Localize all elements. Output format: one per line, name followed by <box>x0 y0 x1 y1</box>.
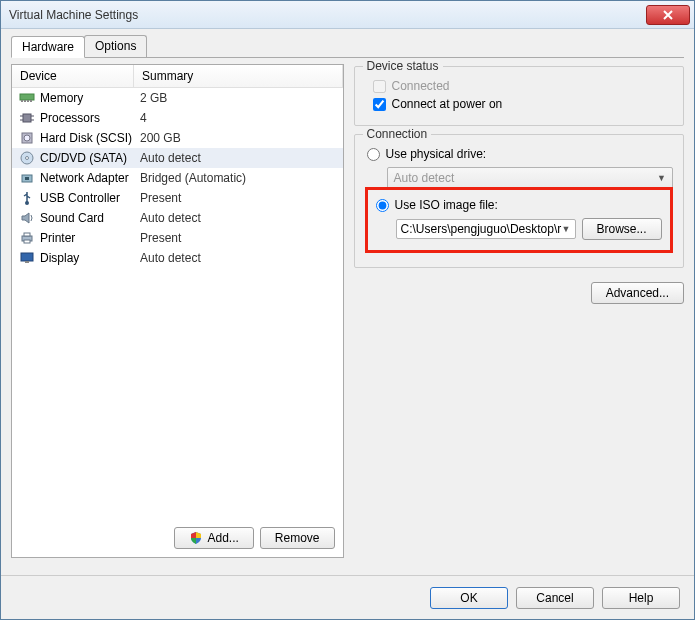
device-row-hdd[interactable]: Hard Disk (SCSI)200 GB <box>12 128 343 148</box>
col-summary[interactable]: Summary <box>134 65 343 87</box>
connected-checkbox <box>373 80 386 93</box>
device-name: Network Adapter <box>40 171 140 185</box>
iso-path-combo[interactable]: C:\Users\pengjuguo\Desktop\rhel-s ▼ <box>396 219 576 239</box>
ok-button[interactable]: OK <box>430 587 508 609</box>
use-physical-label: Use physical drive: <box>386 147 487 161</box>
svg-rect-0 <box>20 94 34 100</box>
device-row-memory[interactable]: Memory2 GB <box>12 88 343 108</box>
chevron-down-icon: ▼ <box>562 224 571 234</box>
physical-sub: Auto detect ▼ <box>387 167 674 189</box>
connection-title: Connection <box>363 127 432 141</box>
svg-point-13 <box>26 157 29 160</box>
device-name: Hard Disk (SCSI) <box>40 131 140 145</box>
window-title: Virtual Machine Settings <box>9 8 138 22</box>
device-name: Printer <box>40 231 140 245</box>
device-summary: Bridged (Automatic) <box>140 171 339 185</box>
connection-group: Connection Use physical drive: Auto dete… <box>354 134 685 268</box>
device-summary: Auto detect <box>140 251 339 265</box>
add-button[interactable]: Add... <box>174 527 253 549</box>
col-device[interactable]: Device <box>12 65 134 87</box>
device-name: Processors <box>40 111 140 125</box>
device-summary: 4 <box>140 111 339 125</box>
svg-rect-21 <box>25 261 29 263</box>
remove-button[interactable]: Remove <box>260 527 335 549</box>
svg-rect-19 <box>24 240 30 243</box>
connect-poweron-label: Connect at power on <box>392 97 503 111</box>
device-row-net[interactable]: Network AdapterBridged (Automatic) <box>12 168 343 188</box>
device-summary: 200 GB <box>140 131 339 145</box>
device-row-display[interactable]: DisplayAuto detect <box>12 248 343 268</box>
highlight-frame: Use ISO image file: C:\Users\pengjuguo\D… <box>365 187 674 253</box>
close-icon <box>663 10 673 20</box>
svg-rect-3 <box>27 100 29 102</box>
use-physical-row[interactable]: Use physical drive: <box>365 145 674 163</box>
vm-settings-window: Virtual Machine Settings Hardware Option… <box>0 0 695 620</box>
memory-icon <box>18 90 36 106</box>
browse-button[interactable]: Browse... <box>582 218 662 240</box>
sound-icon <box>18 210 36 226</box>
column-headers: Device Summary <box>12 65 343 88</box>
use-iso-label: Use ISO image file: <box>395 198 498 212</box>
net-icon <box>18 170 36 186</box>
svg-rect-20 <box>21 253 33 261</box>
tab-options[interactable]: Options <box>84 35 147 57</box>
device-summary: 2 GB <box>140 91 339 105</box>
device-row-cd[interactable]: CD/DVD (SATA)Auto detect <box>12 148 343 168</box>
svg-rect-18 <box>24 233 30 236</box>
shield-icon <box>189 531 203 545</box>
device-row-printer[interactable]: PrinterPresent <box>12 228 343 248</box>
advanced-row: Advanced... <box>354 282 685 304</box>
titlebar: Virtual Machine Settings <box>1 1 694 29</box>
device-row-cpu[interactable]: Processors4 <box>12 108 343 128</box>
device-name: USB Controller <box>40 191 140 205</box>
device-list[interactable]: Memory2 GBProcessors4Hard Disk (SCSI)200… <box>12 88 343 557</box>
connect-poweron-checkbox[interactable] <box>373 98 386 111</box>
svg-point-11 <box>24 135 30 141</box>
use-iso-radio[interactable] <box>376 199 389 212</box>
physical-drive-value: Auto detect <box>394 171 455 185</box>
svg-rect-15 <box>25 177 29 180</box>
advanced-button[interactable]: Advanced... <box>591 282 684 304</box>
connect-poweron-row[interactable]: Connect at power on <box>365 95 674 113</box>
svg-point-16 <box>25 201 29 205</box>
tab-hardware[interactable]: Hardware <box>11 36 85 58</box>
close-button[interactable] <box>646 5 690 25</box>
device-row-sound[interactable]: Sound CardAuto detect <box>12 208 343 228</box>
cancel-button[interactable]: Cancel <box>516 587 594 609</box>
tab-bar: Hardware Options <box>1 29 694 58</box>
device-name: Memory <box>40 91 140 105</box>
device-summary: Auto detect <box>140 151 339 165</box>
device-name: Sound Card <box>40 211 140 225</box>
device-status-title: Device status <box>363 59 443 73</box>
device-summary: Present <box>140 191 339 205</box>
svg-rect-5 <box>23 114 31 122</box>
physical-drive-combo: Auto detect ▼ <box>387 167 674 189</box>
add-label: Add... <box>207 531 238 545</box>
hdd-icon <box>18 130 36 146</box>
iso-path-value: C:\Users\pengjuguo\Desktop\rhel-s <box>401 222 562 236</box>
iso-sub: C:\Users\pengjuguo\Desktop\rhel-s ▼ Brow… <box>396 218 665 240</box>
help-button[interactable]: Help <box>602 587 680 609</box>
svg-rect-2 <box>24 100 26 102</box>
svg-rect-4 <box>30 100 32 102</box>
device-name: CD/DVD (SATA) <box>40 151 140 165</box>
use-iso-row[interactable]: Use ISO image file: <box>374 196 665 214</box>
footer: OK Cancel Help <box>1 575 694 619</box>
details-panel: Device status Connected Connect at power… <box>354 64 685 558</box>
device-name: Display <box>40 251 140 265</box>
device-summary: Present <box>140 231 339 245</box>
device-list-panel: Device Summary Memory2 GBProcessors4Hard… <box>11 64 344 558</box>
cd-icon <box>18 150 36 166</box>
display-icon <box>18 250 36 266</box>
device-status-group: Device status Connected Connect at power… <box>354 66 685 126</box>
svg-rect-1 <box>21 100 23 102</box>
usb-icon <box>18 190 36 206</box>
chevron-down-icon: ▼ <box>657 173 666 183</box>
cpu-icon <box>18 110 36 126</box>
device-row-usb[interactable]: USB ControllerPresent <box>12 188 343 208</box>
device-summary: Auto detect <box>140 211 339 225</box>
connected-label: Connected <box>392 79 450 93</box>
printer-icon <box>18 230 36 246</box>
connected-row[interactable]: Connected <box>365 77 674 95</box>
use-physical-radio[interactable] <box>367 148 380 161</box>
